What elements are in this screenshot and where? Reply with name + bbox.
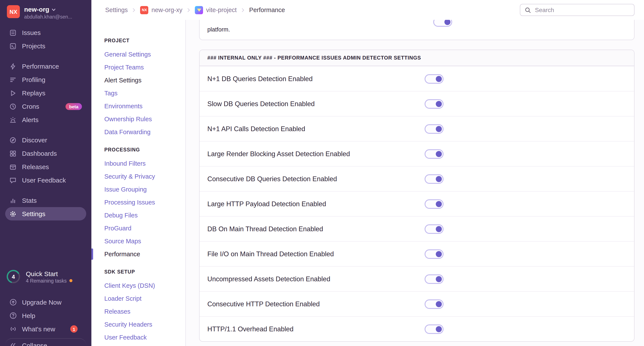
quick-start-label: Quick Start xyxy=(26,269,72,278)
toggle-switch[interactable] xyxy=(424,74,444,84)
detector-row: HTTP/1.1 Overhead Enabled xyxy=(200,316,634,341)
subnav-item-client-keys[interactable]: Client Keys (DSN) xyxy=(104,279,185,292)
help-button[interactable]: Help xyxy=(5,309,86,322)
toggle-switch[interactable] xyxy=(424,124,444,134)
help-icon xyxy=(10,312,17,319)
field-label: N+1 DB Queries Detection Enabled xyxy=(207,75,417,83)
help-text-fragment: platform. xyxy=(207,26,230,33)
sidebar-item-alerts[interactable]: Alerts xyxy=(5,113,86,126)
toggle-switch[interactable] xyxy=(424,224,444,234)
vite-project-logo xyxy=(195,6,203,14)
toggle-switch[interactable] xyxy=(424,299,444,309)
subnav-item-security-headers[interactable]: Security Headers xyxy=(104,318,185,331)
alerts-icon xyxy=(10,116,16,123)
sidebar-item-projects[interactable]: Projects xyxy=(5,39,86,53)
sidebar-item-releases[interactable]: Releases xyxy=(5,160,86,173)
detector-row: Slow DB Queries Detection Enabled xyxy=(200,91,634,116)
top-header: Settings NX new-org-xy vite-project Perf… xyxy=(92,0,644,20)
quick-start[interactable]: 4 Quick Start 4 Remaining tasks xyxy=(5,267,86,286)
subnav-item-tags[interactable]: Tags xyxy=(104,87,185,100)
upgrade-label: Upgrade Now xyxy=(22,298,62,306)
subnav-item-issue-grouping[interactable]: Issue Grouping xyxy=(104,183,185,196)
subnav-item-performance[interactable]: Performance xyxy=(104,248,185,261)
subnav-item-environments[interactable]: Environments xyxy=(104,100,185,113)
subnav-item-security-privacy[interactable]: Security & Privacy xyxy=(104,170,185,183)
sidebar-item-replays[interactable]: Replays xyxy=(5,86,86,100)
toggle-switch[interactable] xyxy=(424,199,444,209)
quick-start-progress-ring: 4 xyxy=(6,269,21,284)
field-label: HTTP/1.1 Overhead Enabled xyxy=(207,325,417,333)
detector-row: Large HTTP Payload Detection Enabled xyxy=(200,191,634,216)
sidebar-item-issues[interactable]: Issues xyxy=(5,26,86,39)
subnav-item-processing-issues[interactable]: Processing Issues xyxy=(104,196,185,209)
sidebar-item-label: Projects xyxy=(22,42,45,50)
sidebar-item-user-feedback[interactable]: User Feedback xyxy=(5,173,86,187)
subnav-item-source-maps[interactable]: Source Maps xyxy=(104,235,185,248)
releases-icon xyxy=(10,163,16,170)
upgrade-icon xyxy=(10,298,17,306)
detector-row: File I/O on Main Thread Detection Enable… xyxy=(200,241,634,266)
detector-row: DB On Main Thread Detection Enabled xyxy=(200,216,634,241)
sidebar-item-discover[interactable]: Discover xyxy=(5,133,86,147)
profiling-icon xyxy=(10,76,16,83)
collapse-button[interactable]: Collapse xyxy=(5,338,86,346)
field-label: Large Render Blocking Asset Detection En… xyxy=(207,150,417,158)
sidebar-item-dashboards[interactable]: Dashboards xyxy=(5,147,86,160)
subnav-item-ownership-rules[interactable]: Ownership Rules xyxy=(104,113,185,126)
sidebar-item-crons[interactable]: Crons beta xyxy=(5,100,86,113)
subnav-section-title: PROCESSING xyxy=(104,147,185,152)
field-label: Uncompressed Assets Detection Enabled xyxy=(207,275,417,283)
toggle-switch[interactable] xyxy=(424,149,444,159)
org-name: new-org xyxy=(24,5,49,14)
whats-new-button[interactable]: What's new 1 xyxy=(5,322,86,336)
issues-icon xyxy=(10,29,16,36)
quick-start-subtitle: 4 Remaining tasks xyxy=(26,278,66,284)
toggle-switch[interactable] xyxy=(424,99,444,109)
sidebar-item-settings[interactable]: Settings xyxy=(5,207,86,220)
field-label: Slow DB Queries Detection Enabled xyxy=(207,100,417,108)
sidebar-footer: 4 Quick Start 4 Remaining tasks Upgrade … xyxy=(5,267,86,346)
subnav-item-debug-files[interactable]: Debug Files xyxy=(104,209,185,222)
toggle-switch[interactable] xyxy=(424,324,444,334)
subnav-item-loader-script[interactable]: Loader Script xyxy=(104,292,185,305)
subnav-item-inbound-filters[interactable]: Inbound Filters xyxy=(104,157,185,170)
breadcrumb-page: Performance xyxy=(249,7,285,13)
org-avatar: NX xyxy=(7,5,20,18)
toggle-switch[interactable] xyxy=(433,20,452,27)
subnav-item-project-teams[interactable]: Project Teams xyxy=(104,61,185,74)
projects-icon xyxy=(10,43,16,49)
sidebar-item-performance[interactable]: Performance xyxy=(5,60,86,73)
toggle-switch[interactable] xyxy=(424,274,444,284)
upgrade-now-button[interactable]: Upgrade Now xyxy=(5,295,86,309)
subnav-item-general-settings[interactable]: General Settings xyxy=(104,48,185,61)
help-label: Help xyxy=(22,312,35,319)
collapse-chevrons-icon xyxy=(10,342,17,346)
settings-subnav: PROJECT General Settings Project Teams A… xyxy=(92,20,186,346)
search-input[interactable] xyxy=(534,6,630,14)
org-switcher[interactable]: NX new-org abdullah.khan@sen... xyxy=(0,0,92,20)
field-label: N+1 API Calls Detection Enabled xyxy=(207,125,417,133)
main-content: platform. ### INTERNAL ONLY ### - PERFOR… xyxy=(186,20,644,346)
quick-start-count: 4 xyxy=(6,269,21,284)
subnav-item-data-forwarding[interactable]: Data Forwarding xyxy=(104,126,185,139)
toggle-switch[interactable] xyxy=(424,249,444,259)
subnav-item-user-feedback[interactable]: User Feedback xyxy=(104,331,185,344)
breadcrumb-settings[interactable]: Settings xyxy=(105,7,128,13)
panel-title: ### INTERNAL ONLY ### - PERFORMANCE ISSU… xyxy=(200,50,634,66)
crons-icon xyxy=(10,103,16,110)
search-box[interactable] xyxy=(520,4,634,16)
collapse-label: Collapse xyxy=(22,342,47,346)
sidebar-item-profiling[interactable]: Profiling xyxy=(5,73,86,86)
subnav-item-alert-settings[interactable]: Alert Settings xyxy=(104,74,185,87)
sidebar-item-label: Dashboards xyxy=(22,150,57,157)
sidebar-item-label: Performance xyxy=(22,63,59,70)
field-label: DB On Main Thread Detection Enabled xyxy=(207,225,417,233)
subnav-item-proguard[interactable]: ProGuard xyxy=(104,222,185,235)
breadcrumb: Settings NX new-org-xy vite-project Perf… xyxy=(105,6,285,14)
toggle-switch[interactable] xyxy=(424,174,444,184)
subnav-item-releases[interactable]: Releases xyxy=(104,305,185,318)
breadcrumb-org[interactable]: NX new-org-xy xyxy=(140,6,182,14)
sidebar-item-label: Issues xyxy=(22,29,41,36)
breadcrumb-project[interactable]: vite-project xyxy=(195,6,237,14)
sidebar-item-stats[interactable]: Stats xyxy=(5,194,86,207)
